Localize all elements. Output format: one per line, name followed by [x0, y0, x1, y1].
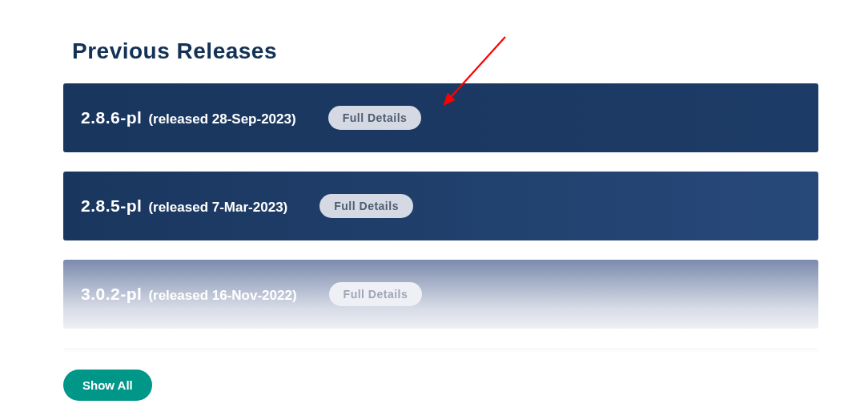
release-row: 2.8.5-pl (released 7-Mar-2023) Full Deta… [63, 172, 818, 240]
release-label: 3.0.2-pl (released 16-Nov-2022) [81, 285, 297, 304]
show-all-button[interactable]: Show All [63, 370, 152, 401]
release-row: 2.8.6-pl (released 28-Sep-2023) Full Det… [63, 83, 818, 152]
release-version: 2.8.6-pl [81, 108, 142, 127]
release-date: (released 16-Nov-2022) [148, 288, 296, 304]
release-label: 2.8.5-pl (released 7-Mar-2023) [81, 196, 287, 216]
full-details-button[interactable]: Full Details [319, 194, 413, 218]
release-row: 3.0.2-pl (released 16-Nov-2022) Full Det… [63, 260, 818, 329]
full-details-button[interactable]: Full Details [329, 282, 423, 306]
full-details-button[interactable]: Full Details [328, 106, 422, 130]
release-row-partial [63, 348, 818, 353]
release-version: 2.8.5-pl [81, 196, 142, 216]
release-date: (released 28-Sep-2023) [148, 111, 295, 127]
release-date: (released 7-Mar-2023) [148, 200, 287, 216]
release-version: 3.0.2-pl [81, 285, 142, 304]
previous-releases-heading: Previous Releases [72, 38, 868, 64]
release-label: 2.8.6-pl (released 28-Sep-2023) [81, 108, 296, 127]
